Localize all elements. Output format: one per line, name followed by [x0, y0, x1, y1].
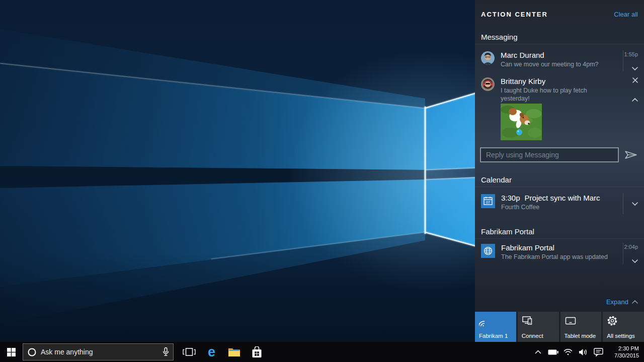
- taskbar-search-box[interactable]: [23, 343, 174, 360]
- microphone-icon[interactable]: [163, 347, 169, 357]
- tray-battery[interactable]: [545, 342, 560, 362]
- message-attachment-photo[interactable]: [501, 104, 542, 140]
- calendar-event-controls: [623, 193, 638, 214]
- notification-fabrikam-portal[interactable]: Fabrikam Portal The Fabrikam Portal app …: [475, 243, 644, 264]
- notification-timestamp: 2:04p: [624, 244, 638, 250]
- system-tray: 2:30 PM 7/30/2015: [530, 342, 644, 362]
- fabrikam-globe-icon: [481, 244, 495, 258]
- settings-gear-icon: [607, 315, 618, 326]
- quick-action-label: Connect: [522, 333, 543, 339]
- expand-button[interactable]: Expand: [606, 298, 628, 306]
- event-location: Fourth Coffee: [501, 203, 617, 211]
- quick-action-label: All settings: [607, 333, 635, 339]
- action-center-titlebar: ACTION CENTER Clear all: [475, 9, 644, 19]
- calendar-section-header: Calendar: [475, 175, 644, 187]
- fabrikam-text: Fabrikam Portal The Fabrikam Portal app …: [501, 243, 617, 264]
- chevron-down-icon[interactable]: [632, 259, 638, 263]
- quick-action-label: Fabrikam 1: [479, 333, 508, 339]
- tray-wifi[interactable]: [560, 342, 576, 362]
- action-center-title: ACTION CENTER: [481, 11, 548, 18]
- event-name: Project sync with Marc: [525, 194, 600, 202]
- notification-marc-controls: 1:55p: [623, 50, 638, 71]
- message-preview: Can we move our meeting to 4pm?: [501, 60, 617, 68]
- taskbar: e: [0, 342, 644, 362]
- action-center-icon: [594, 348, 603, 356]
- sender-name: Brittany Kirby: [501, 76, 617, 86]
- quick-action-connect[interactable]: Connect: [518, 312, 559, 342]
- fabrikam-title: Fabrikam Portal: [501, 243, 617, 252]
- volume-icon: [579, 348, 588, 356]
- store-icon: [252, 346, 262, 358]
- task-view-icon: [183, 347, 196, 356]
- quick-action-label: Tablet mode: [565, 333, 596, 339]
- tray-volume[interactable]: [576, 342, 591, 362]
- taskbar-icons: e: [178, 342, 268, 362]
- store-button[interactable]: [246, 342, 268, 362]
- task-view-button[interactable]: [178, 342, 200, 362]
- calendar-event-title: 3:30pProject sync with Marc: [501, 193, 617, 203]
- wifi-icon: [479, 315, 490, 326]
- taskbar-clock[interactable]: 2:30 PM 7/30/2015: [607, 345, 644, 359]
- chevron-down-icon[interactable]: [632, 67, 638, 70]
- desktop[interactable]: ACTION CENTER Clear all Messaging Marc D…: [0, 0, 644, 362]
- reply-input[interactable]: [480, 147, 619, 162]
- chevron-down-icon[interactable]: [632, 202, 638, 206]
- quick-action-fabrikam-wifi[interactable]: Fabrikam 1: [475, 312, 516, 342]
- clock-time: 2:30 PM: [607, 345, 639, 352]
- notification-brittany-text: Brittany Kirby I taught Duke how to play…: [501, 76, 617, 103]
- quick-actions-grid: Fabrikam 1 Connect: [475, 312, 644, 342]
- event-time: 3:30p: [501, 194, 520, 202]
- cortana-circle-icon: [28, 348, 36, 356]
- file-explorer-icon: [228, 347, 240, 357]
- connect-icon: [522, 315, 534, 326]
- notification-marc-durand[interactable]: Marc Durand Can we move our meeting to 4…: [475, 50, 644, 71]
- fabrikam-controls: 2:04p: [623, 243, 638, 264]
- fabrikam-message: The Fabrikam Portal app was updated: [501, 253, 617, 261]
- reply-row: [480, 147, 638, 162]
- expand-row: Expand: [475, 298, 644, 306]
- svg-text:07: 07: [486, 201, 490, 204]
- quick-action-tablet-mode[interactable]: Tablet mode: [560, 312, 602, 342]
- tray-chevron-up[interactable]: [530, 342, 545, 362]
- tablet-icon: [565, 315, 577, 326]
- chevron-up-icon[interactable]: [632, 98, 638, 102]
- clock-date: 7/30/2015: [607, 352, 639, 359]
- edge-browser-button[interactable]: e: [200, 342, 223, 362]
- start-button[interactable]: [0, 342, 23, 362]
- quick-action-all-settings[interactable]: All settings: [603, 312, 644, 342]
- messaging-section-header: Messaging: [475, 33, 644, 44]
- avatar-marc-durand: [481, 51, 495, 65]
- chevron-up-icon[interactable]: [632, 300, 638, 304]
- notification-brittany-controls: [623, 76, 638, 103]
- notification-marc-text: Marc Durand Can we move our meeting to 4…: [501, 50, 617, 71]
- fabrikam-section-header: Fabrikam Portal: [475, 227, 644, 239]
- calendar-event-text: 3:30pProject sync with Marc Fourth Coffe…: [501, 193, 617, 214]
- windows-start-icon: [7, 348, 16, 356]
- action-center-panel: ACTION CENTER Clear all Messaging Marc D…: [475, 0, 644, 342]
- notification-calendar-event[interactable]: 07 3:30pProject sync with Marc Fourth Co…: [475, 193, 644, 214]
- chevron-up-icon: [535, 350, 541, 354]
- clear-all-button[interactable]: Clear all: [614, 11, 638, 18]
- notification-timestamp: 1:55p: [624, 51, 638, 57]
- avatar-brittany-kirby: [481, 77, 495, 91]
- tray-action-center[interactable]: [591, 342, 606, 362]
- battery-icon: [548, 349, 558, 355]
- calendar-app-icon: 07: [481, 194, 495, 208]
- wifi-icon: [564, 348, 573, 355]
- panel-spacer: [475, 264, 644, 298]
- edge-icon: e: [208, 345, 215, 359]
- close-icon[interactable]: [632, 77, 638, 83]
- send-icon[interactable]: [624, 150, 638, 160]
- message-preview: I taught Duke how to play fetch yesterda…: [501, 86, 617, 103]
- sender-name: Marc Durand: [501, 50, 617, 60]
- search-input[interactable]: [41, 348, 158, 356]
- notification-brittany-kirby[interactable]: Brittany Kirby I taught Duke how to play…: [475, 76, 644, 103]
- file-explorer-button[interactable]: [223, 342, 246, 362]
